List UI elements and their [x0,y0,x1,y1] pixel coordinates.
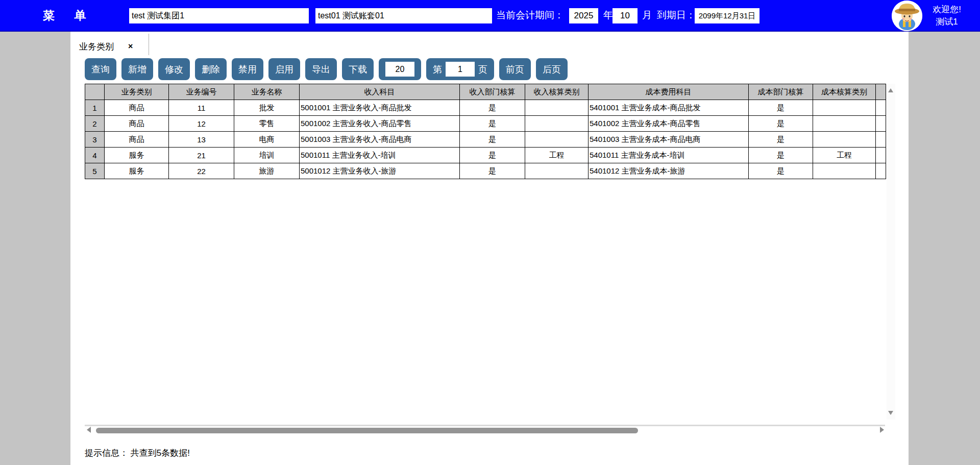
status-message: 提示信息： 共查到5条数据! [85,447,190,459]
table-row[interactable]: 4 服务 21 培训 5001011 主营业务收入-培训 是 工程 540101… [85,148,886,163]
export-button[interactable]: 导出 [305,58,337,80]
delete-button[interactable]: 删除 [195,58,227,80]
page-size-box [379,58,421,80]
cell-cost-dept: 是 [749,100,813,116]
cell-income-category: 工程 [525,148,589,163]
cell-business-name: 批发 [234,100,300,116]
scroll-down-icon[interactable] [888,411,893,415]
due-date-label: 到期日： [657,0,696,31]
table-row[interactable]: 1 商品 11 批发 5001001 主营业务收入-商品批发 是 5401001… [85,100,886,116]
tab-business-category[interactable]: 业务类别 × [79,39,133,54]
cell-cost-account: 5401002 主营业务成本-商品零售 [589,116,749,132]
cell-clipped [876,100,886,116]
row-number: 4 [85,148,105,163]
cell-income-category [525,116,589,132]
header-income-account: 收入科目 [300,84,460,100]
row-number: 5 [85,163,105,179]
group-name-input[interactable] [129,8,309,23]
header-cost-dept: 成本部门核算 [749,84,813,100]
cell-business-code-link[interactable]: 12 [169,116,234,132]
enable-button[interactable]: 启用 [268,58,300,80]
cell-business-name: 培训 [234,148,300,163]
cell-cost-dept: 是 [749,163,813,179]
cell-clipped [876,116,886,132]
edit-button[interactable]: 修改 [158,58,190,80]
cell-cost-category: 工程 [813,148,876,163]
month-suffix-label: 月 [642,0,652,31]
grid-header-row: 业务类别 业务编号 业务名称 收入科目 收入部门核算 收入核算类别 成本费用科目… [85,84,886,100]
cell-business-type: 商品 [105,132,169,148]
header-clipped-col [876,84,886,100]
page-prefix-label: 第 [433,63,442,76]
expiry-date-input[interactable] [695,8,760,23]
account-set-input[interactable] [315,8,492,23]
page-number-box: 第 页 [426,58,494,80]
cell-income-dept: 是 [460,100,525,116]
scroll-right-icon[interactable] [880,427,884,433]
header-income-dept: 收入部门核算 [460,84,525,100]
header-rownum [85,84,105,100]
period-label: 当前会计期间： [496,0,564,31]
download-button[interactable]: 下载 [342,58,374,80]
next-page-button[interactable]: 后页 [536,58,568,80]
cell-income-dept: 是 [460,163,525,179]
toolbar: 查询 新增 修改 删除 禁用 启用 导出 下载 第 页 前页 后页 [85,58,568,80]
cell-cost-category [813,116,876,132]
cell-business-code-link[interactable]: 11 [169,100,234,116]
cell-business-name: 旅游 [234,163,300,179]
fiscal-month-input[interactable] [612,8,638,23]
scroll-up-icon[interactable] [888,88,893,92]
row-number: 1 [85,100,105,116]
cell-cost-dept: 是 [749,148,813,163]
cell-cost-account: 5401001 主营业务成本-商品批发 [589,100,749,116]
tab-label: 业务类别 [79,41,114,53]
cell-income-dept: 是 [460,116,525,132]
row-number: 3 [85,132,105,148]
tab-separator [149,34,149,55]
vertical-scrollbar[interactable] [887,84,895,420]
cell-income-category [525,132,589,148]
header-cost-account: 成本费用科目 [589,84,749,100]
header-cost-category: 成本核算类别 [813,84,876,100]
welcome-text: 欢迎您! [919,4,975,16]
cell-business-code-link[interactable]: 22 [169,163,234,179]
cell-cost-account: 5401012 主营业务成本-旅游 [589,163,749,179]
header-income-category: 收入核算类别 [525,84,589,100]
tab-close-icon[interactable]: × [128,42,133,51]
user-avatar[interactable] [892,1,922,31]
cell-income-account: 5001002 主营业务收入-商品零售 [300,116,460,132]
welcome-block: 欢迎您! 测试1 [919,4,975,28]
row-number: 2 [85,116,105,132]
cell-clipped [876,132,886,148]
cell-cost-category [813,163,876,179]
cell-business-name: 零售 [234,116,300,132]
cell-business-code-link[interactable]: 13 [169,132,234,148]
header-business-type: 业务类别 [105,84,169,100]
add-button[interactable]: 新增 [121,58,153,80]
cell-income-account: 5001011 主营业务收入-培训 [300,148,460,163]
data-grid: 业务类别 业务编号 业务名称 收入科目 收入部门核算 收入核算类别 成本费用科目… [85,84,886,179]
cell-cost-account: 5401011 主营业务成本-培训 [589,148,749,163]
scroll-left-icon[interactable] [87,427,91,433]
horizontal-scroll-track [85,425,885,426]
cell-income-category [525,100,589,116]
table-row[interactable]: 5 服务 22 旅游 5001012 主营业务收入-旅游 是 5401012 主… [85,163,886,179]
query-button[interactable]: 查询 [85,58,116,80]
page-number-input[interactable] [446,62,475,77]
page-size-input[interactable] [385,62,414,77]
cell-clipped [876,148,886,163]
cell-business-code-link[interactable]: 21 [169,148,234,163]
fiscal-year-input[interactable] [569,8,598,23]
menu-button[interactable]: 菜 单 [43,0,94,31]
horizontal-scroll-thumb[interactable] [96,428,638,433]
cell-cost-category [813,132,876,148]
cell-income-account: 5001001 主营业务收入-商品批发 [300,100,460,116]
cell-business-type: 商品 [105,100,169,116]
page-suffix-label: 页 [478,63,487,76]
table-row[interactable]: 2 商品 12 零售 5001002 主营业务收入-商品零售 是 5401002… [85,116,886,132]
cell-income-account: 5001003 主营业务收入-商品电商 [300,132,460,148]
disable-button[interactable]: 禁用 [232,58,263,80]
table-row[interactable]: 3 商品 13 电商 5001003 主营业务收入-商品电商 是 5401003… [85,132,886,148]
prev-page-button[interactable]: 前页 [499,58,531,80]
cell-cost-dept: 是 [749,132,813,148]
